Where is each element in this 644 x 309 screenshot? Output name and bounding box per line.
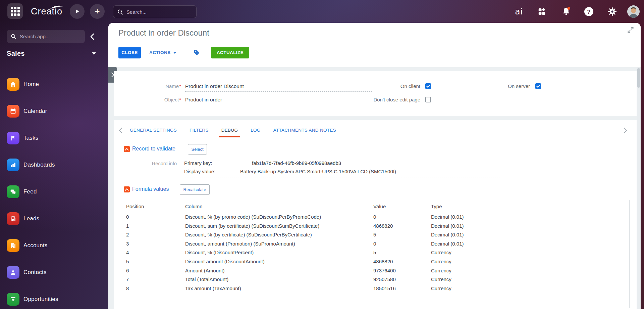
sidebar-item-tasks[interactable]: Tasks [0, 132, 108, 144]
apps-grid-icon [11, 7, 20, 16]
settings-button[interactable] [606, 0, 618, 23]
table-cell: 6 [126, 266, 129, 275]
user-menu-button[interactable] [627, 0, 640, 23]
tab-debug[interactable]: DEBUG [221, 126, 238, 135]
help-button[interactable]: ? [583, 0, 594, 23]
table-cell: 18501516 [373, 284, 396, 293]
copilot-button[interactable]: ai [511, 0, 527, 23]
table-row[interactable]: 3Discount, amount (Promotion) (SuPromoAm… [121, 239, 629, 248]
sidebar: Sales HomeCalendarTasksDashboardsFeedLea… [0, 23, 108, 309]
global-search[interactable] [113, 5, 197, 18]
table-cell: Decimal (0.01) [431, 230, 464, 239]
add-new-button[interactable]: + [90, 4, 105, 19]
tab-log[interactable]: LOG [251, 126, 260, 135]
dont-close-checkbox[interactable] [425, 97, 431, 102]
table-row[interactable]: 2Discount, % (by certificate) (SuDiscoun… [121, 230, 629, 239]
table-header-column[interactable]: Column [185, 202, 203, 211]
sidebar-item-home[interactable]: Home [0, 78, 108, 91]
sidebar-collapse-button[interactable] [87, 32, 97, 42]
scrollbar-thumb[interactable] [637, 68, 640, 88]
chat-icon [7, 185, 19, 198]
recalculate-button[interactable]: Recalculate [180, 184, 210, 195]
table-row[interactable]: 8Tax amount (TaxAmount)18501516Currency [121, 284, 629, 293]
name-field-value[interactable]: Product in order Discount [185, 81, 372, 92]
select-record-button[interactable]: Select [188, 144, 207, 154]
table-cell: Discount, % (DiscountPercent) [185, 248, 254, 257]
notifications-button[interactable] [560, 0, 572, 23]
table-cell: 0 [126, 212, 129, 221]
sidebar-item-label: Accounts [23, 239, 48, 252]
search-icon [117, 9, 123, 15]
table-cell: Amount (Amount) [185, 266, 225, 275]
notification-dot [568, 7, 571, 10]
sidebar-item-opportunities[interactable]: Opportunities [0, 293, 108, 306]
table-row[interactable]: 5Discount amount (DiscountAmount)4868820… [121, 257, 629, 266]
tabs-scroll-left-button[interactable] [119, 127, 125, 134]
accounts-building-icon [7, 239, 19, 252]
sidebar-item-dashboards[interactable]: Dashboards [0, 159, 108, 171]
sidebar-item-contacts[interactable]: Contacts [0, 266, 108, 279]
table-cell: 0 [373, 239, 376, 248]
question-icon: ? [584, 7, 594, 16]
sidebar-item-label: Feed [23, 185, 37, 198]
close-button[interactable]: CLOSE [118, 47, 141, 58]
tags-button[interactable] [193, 49, 200, 56]
actions-button[interactable]: ACTIONS [147, 47, 178, 58]
collapse-section-button[interactable] [124, 146, 130, 152]
chevron-right-icon [624, 127, 627, 133]
caret-down-icon [173, 52, 176, 54]
collapse-section-button[interactable] [124, 186, 130, 192]
tabs-scroll-right-button[interactable] [624, 127, 630, 134]
page-header-card: Product in order Discount CLOSE ACTIONS … [108, 23, 641, 67]
on-server-checkbox[interactable] [535, 83, 541, 89]
table-row[interactable]: 0Discount, % (by promo code) (SuDiscount… [121, 212, 629, 221]
app-search[interactable] [7, 30, 85, 43]
logo-swoosh-icon [50, 5, 63, 9]
object-field-value[interactable]: Product in order [185, 95, 372, 105]
actualize-button[interactable]: ACTUALIZE [211, 47, 249, 58]
tab-attachments-and-notes[interactable]: ATTACHMENTS AND NOTES [273, 126, 336, 135]
global-search-input[interactable] [126, 9, 184, 15]
sidebar-item-accounts[interactable]: Accounts [0, 239, 108, 252]
app-launcher-button[interactable] [7, 3, 23, 19]
table-cell: 7 [126, 275, 129, 284]
table-row[interactable]: 7Total (TotalAmount)92507580Currency [121, 275, 629, 284]
dont-close-label: Don't close edit page [353, 95, 420, 105]
table-cell: 2 [126, 230, 129, 239]
table-cell: 1 [126, 221, 129, 230]
on-client-checkbox[interactable] [425, 83, 431, 89]
app-search-input[interactable] [19, 33, 77, 40]
expand-page-button[interactable] [627, 26, 635, 34]
workspace-caret-icon[interactable] [92, 52, 96, 55]
record-form-card: Name* Product in order Discount Object* … [114, 71, 637, 116]
workspaces-button[interactable] [536, 0, 547, 23]
sidebar-item-calendar[interactable]: Calendar [0, 105, 108, 118]
tab-general-settings[interactable]: GENERAL SETTINGS [130, 126, 177, 135]
sidebar-item-label: Tasks [23, 132, 38, 144]
flag-icon [7, 132, 19, 144]
workspace-selector[interactable]: Sales [7, 48, 25, 58]
on-client-label: On client [353, 81, 420, 91]
table-header-position[interactable]: Position [126, 202, 144, 211]
run-process-button[interactable] [70, 4, 85, 19]
table-cell: Currency [431, 275, 451, 284]
topbar: Creatio + ai [0, 0, 644, 23]
tab-strip: GENERAL SETTINGSFILTERSDEBUGLOGATTACHMEN… [130, 126, 336, 136]
sidebar-item-feed[interactable]: Feed [0, 185, 108, 198]
chevron-up-icon [125, 188, 129, 191]
calendar-icon [7, 105, 19, 118]
table-cell: 0 [373, 212, 376, 221]
bell-icon [561, 6, 571, 16]
table-row[interactable]: 6Amount (Amount)97376400Currency [121, 266, 629, 275]
tab-filters[interactable]: FILTERS [190, 126, 209, 135]
sidebar-item-leads[interactable]: Leads [0, 212, 108, 225]
check-icon [536, 84, 540, 88]
table-cell: Currency [431, 257, 451, 266]
table-row[interactable]: 4Discount, % (DiscountPercent)5Currency [121, 248, 629, 257]
table-cell: 4 [126, 248, 129, 257]
table-header-type[interactable]: Type [431, 202, 442, 211]
table-row[interactable]: 1Discount, sum (by certificate) (SuDisco… [121, 221, 629, 230]
funnel-icon [7, 293, 19, 306]
table-header-value[interactable]: Value [373, 202, 386, 211]
scrollbar-track[interactable] [637, 67, 641, 309]
